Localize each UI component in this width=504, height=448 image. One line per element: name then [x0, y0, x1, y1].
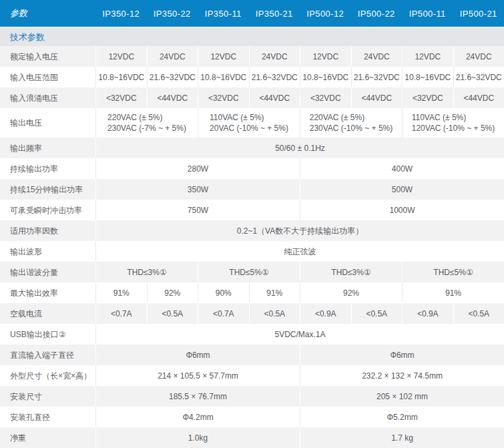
spec-cell: <0.5A [147, 303, 198, 324]
table-row: 输出电压220VAC (± 5%) 230VAC (-7% ~ + 5%)110… [0, 108, 504, 138]
row-label: 持续15分钟输出功率 [0, 179, 95, 200]
spec-cell: 92% [147, 282, 198, 303]
spec-table-body: 额定输入电压12VDC24VDC12VDC24VDC12VDC24VDC12VD… [0, 46, 504, 448]
spec-cell: 0.2~1（VA数不大于持续输出功率） [95, 220, 504, 241]
spec-cell: 110VAC (± 5%) 120VAC (-10% ~ + 5%) [402, 108, 504, 138]
spec-cell: 91% [249, 282, 300, 303]
spec-cell: 500W [300, 179, 504, 200]
row-label: 输出电压 [0, 108, 95, 138]
section-title: 技术参数 [0, 27, 504, 46]
spec-cell: 10.8~16VDC [95, 67, 147, 87]
spec-cell: 24VDC [249, 46, 300, 67]
spec-cell: <0.9A [402, 303, 453, 324]
spec-cell: <32VDC [95, 87, 147, 108]
spec-cell: 1.7 kg [300, 427, 504, 448]
spec-cell: <44VDC [147, 87, 198, 108]
table-row: 可承受瞬时冲击功率750W1000W [0, 200, 504, 220]
spec-cell: 10.8~16VDC [300, 67, 351, 87]
row-label: 输入浪涌电压 [0, 87, 95, 108]
spec-cell: 21.6~32VDC [453, 67, 504, 87]
table-row: 输入浪涌电压<32VDC<44VDC<32VDC<44VDC<32VDC<44V… [0, 87, 504, 108]
spec-cell: 400W [300, 158, 504, 179]
spec-cell: 220VAC (± 5%) 230VAC (-10% ~ + 5%) [300, 108, 402, 138]
spec-cell: <0.7A [95, 303, 147, 324]
row-label: 输出频率 [0, 138, 95, 158]
row-label: 外型尺寸（长×宽×高） [0, 365, 95, 386]
table-row: 适用功率因数0.2~1（VA数不大于持续输出功率） [0, 220, 504, 241]
spec-cell: <32VDC [402, 87, 453, 108]
table-row: 最大输出效率91%92%90%91%92%91% [0, 282, 504, 303]
spec-cell: 1.0kg [95, 427, 300, 448]
column-header-model-7: IP500-11 [402, 9, 453, 19]
spec-cell: 92% [300, 282, 402, 303]
row-label: 额定输入电压 [0, 46, 95, 67]
row-label: 安装孔直径 [0, 407, 95, 427]
spec-cell: 280W [95, 158, 300, 179]
spec-cell: 10.8~16VDC [198, 67, 249, 87]
spec-cell: Φ6mm [95, 345, 300, 365]
spec-cell: THD≤3%① [300, 262, 402, 282]
table-row: 安装尺寸185.5 × 76.7mm205 × 102 mm [0, 386, 504, 407]
spec-cell: 21.6~32VDC [351, 67, 403, 87]
table-row: 输出频率50/60 ± 0.1Hz [0, 138, 504, 158]
spec-table-page: 参数 IP350-12 IP350-22 IP350-11 IP350-21 I… [0, 0, 504, 448]
spec-cell: 350W [95, 179, 300, 200]
table-row: 空载电流<0.7A<0.5A<0.7A<0.5A<0.9A<0.5A<0.9A<… [0, 303, 504, 324]
spec-cell: <44VDC [351, 87, 403, 108]
table-row: 额定输入电压12VDC24VDC12VDC24VDC12VDC24VDC12VD… [0, 46, 504, 67]
column-header-model-1: IP350-12 [95, 9, 147, 19]
spec-cell: <0.5A [453, 303, 504, 324]
spec-cell: 90% [198, 282, 249, 303]
spec-cell: 232.2 × 132 × 74.5mm [300, 365, 504, 386]
spec-cell: 24VDC [351, 46, 403, 67]
table-row: 输出谐波分量THD≤3%①THD≤5%①THD≤3%①THD≤5%① [0, 262, 504, 282]
row-label: 空载电流 [0, 303, 95, 324]
param-column-header: 参数 [0, 7, 95, 19]
spec-cell: 750W [95, 200, 300, 220]
spec-cell: 1000W [300, 200, 504, 220]
column-header-model-6: IP500-22 [351, 9, 403, 19]
spec-cell: <32VDC [300, 87, 351, 108]
spec-cell: <0.7A [198, 303, 249, 324]
spec-cell: 50/60 ± 0.1Hz [95, 138, 504, 158]
row-label: 最大输出效率 [0, 282, 95, 303]
table-row: 安装孔直径Φ4.2mmΦ5.2mm [0, 407, 504, 427]
spec-cell: Φ5.2mm [300, 407, 504, 427]
table-row: 外型尺寸（长×宽×高）214 × 105.5 × 57.7mm232.2 × 1… [0, 365, 504, 386]
table-row: 持续输出功率280W400W [0, 158, 504, 179]
column-header-model-4: IP350-21 [249, 9, 300, 19]
spec-cell: <32VDC [198, 87, 249, 108]
spec-cell: 12VDC [402, 46, 453, 67]
spec-cell: 纯正弦波 [95, 241, 504, 262]
spec-cell: Φ6mm [300, 345, 504, 365]
row-label: 输入电压范围 [0, 67, 95, 87]
spec-cell: <44VDC [249, 87, 300, 108]
spec-cell: 10.8~16VDC [402, 67, 453, 87]
spec-cell: <0.9A [300, 303, 351, 324]
spec-cell: Φ4.2mm [95, 407, 300, 427]
spec-cell: <44VDC [453, 87, 504, 108]
column-header-model-3: IP350-11 [198, 9, 249, 19]
spec-cell: 214 × 105.5 × 57.7mm [95, 365, 300, 386]
spec-cell: <0.5A [351, 303, 403, 324]
spec-cell: 21.6~32VDC [147, 67, 198, 87]
table-row: 直流输入端子直径Φ6mmΦ6mm [0, 345, 504, 365]
spec-cell: 12VDC [95, 46, 147, 67]
table-row: 净重1.0kg1.7 kg [0, 427, 504, 448]
spec-cell: 220VAC (± 5%) 230VAC (-7% ~ + 5%) [95, 108, 198, 138]
table-row: 输出波形纯正弦波 [0, 241, 504, 262]
spec-cell: THD≤3%① [95, 262, 198, 282]
spec-cell: 5VDC/Max.1A [95, 324, 504, 345]
row-label: 直流输入端子直径 [0, 345, 95, 365]
table-header-row: 参数 IP350-12 IP350-22 IP350-11 IP350-21 I… [0, 0, 504, 27]
spec-cell: 205 × 102 mm [300, 386, 504, 407]
spec-cell: THD≤5%① [198, 262, 300, 282]
table-row: 持续15分钟输出功率350W500W [0, 179, 504, 200]
row-label: 适用功率因数 [0, 220, 95, 241]
spec-cell: 110VAC (± 5%) 20VAC (-10% ~ + 5%) [198, 108, 300, 138]
spec-cell: 24VDC [453, 46, 504, 67]
row-label: 输出谐波分量 [0, 262, 95, 282]
spec-cell: 21.6~32VDC [249, 67, 300, 87]
spec-cell: 12VDC [300, 46, 351, 67]
table-row: USB输出接口②5VDC/Max.1A [0, 324, 504, 345]
